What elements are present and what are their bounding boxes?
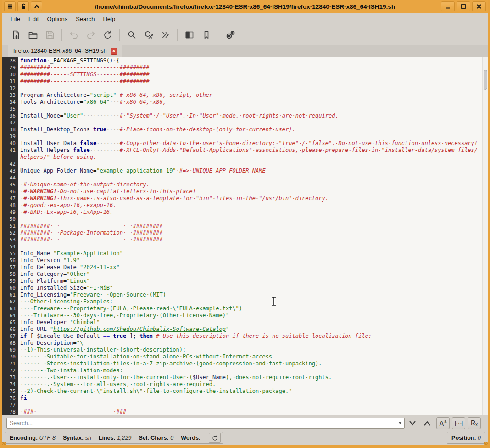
caret-up-icon	[33, 3, 40, 10]
toolbar-separator	[177, 29, 178, 41]
code-line: 30#########·----·SETTINGS··----·########…	[2, 71, 488, 78]
search-input[interactable]	[7, 418, 395, 428]
whole-word-toggle[interactable]: [⋯]	[452, 417, 465, 429]
code-line: 40Install_User_Data=false·······#·Copy·o…	[2, 140, 488, 147]
regex-toggle[interactable]: Rx	[468, 417, 481, 429]
code-line: 41Install_Helpers=false·········#·XFCE·O…	[2, 147, 488, 154]
code-line: 66Info_URL="https://github.com/Shedou/Ch…	[2, 326, 488, 333]
toolbar-redo-button	[84, 28, 98, 42]
status-sel-chars: Sel. Chars: 0	[139, 435, 173, 441]
line-number: 36	[2, 112, 18, 119]
find-previous-button[interactable]	[420, 417, 434, 429]
code-line: 62···Other·Licensing·Examples:	[2, 298, 488, 305]
code-line: 64····Trialware·-·30·days·free,·Propriet…	[2, 312, 488, 319]
window-title: /home/chimba/Documents/firefox/firefox-1…	[2, 3, 488, 10]
code-line: helpers/"·before·using.	[2, 154, 488, 161]
code-line: 29#########·----·---------·----·########…	[2, 64, 488, 71]
match-case-toggle[interactable]: Aa	[436, 417, 450, 429]
toolbar-separator	[218, 29, 218, 41]
status-words: Words:	[181, 435, 200, 441]
find-icon	[126, 29, 137, 40]
menu-item-options[interactable]: Options	[43, 14, 72, 24]
tab-close-button[interactable]: ×	[111, 48, 117, 55]
minimize-icon	[445, 4, 451, 9]
tab-label: firefox-12840-ESR-x86_64-ISH19.sh	[13, 48, 107, 54]
code-line: 56Info_Version="1.9"	[2, 257, 488, 264]
resize-grip-left[interactable]	[0, 442, 6, 448]
code-line: 61Info_Licensing="Freeware·-·Open·Source…	[2, 291, 488, 298]
line-number: 71	[2, 360, 18, 367]
menu-item-help[interactable]: Help	[99, 14, 119, 24]
toolbar-double-chevron-button[interactable]	[159, 28, 173, 42]
whole-word-icon: [⋯]	[455, 420, 462, 426]
open-folder-icon	[28, 29, 39, 40]
toolbar-side-panel-button[interactable]	[183, 28, 196, 42]
code-line: 72······-·Two·installation·modes:	[2, 367, 488, 374]
vertical-scrollbar[interactable]	[482, 57, 488, 415]
line-number: 45	[2, 181, 18, 188]
app-menu-button[interactable]	[4, 1, 16, 11]
code-editor[interactable]: 28function·_PACKAGE_SETTINGS()·{29######…	[2, 57, 488, 415]
code-line: 33Program_Architecture="script"·#·x86_64…	[2, 92, 488, 99]
menu-item-edit[interactable]: Edit	[24, 14, 43, 24]
undo-icon	[68, 29, 79, 40]
line-number: 44	[2, 174, 18, 181]
toolbar-bookmark-button[interactable]	[200, 28, 213, 42]
toolbar-reload-button[interactable]	[101, 28, 115, 42]
code-line: 50	[2, 216, 488, 223]
line-number: 51	[2, 223, 18, 230]
line-number: 43	[2, 168, 18, 174]
search-combo	[6, 418, 405, 429]
close-button[interactable]	[472, 1, 486, 11]
line-number: 66	[2, 326, 18, 333]
scrollbar-thumb[interactable]	[484, 70, 487, 90]
maximize-button[interactable]	[457, 1, 470, 11]
code-line: 51#########·-·-------------------·-·####…	[2, 223, 488, 230]
status-encoding: Encoding: UTF-8	[10, 435, 56, 441]
find-next-button[interactable]	[406, 417, 419, 429]
code-line: 46·#·WARNING!·Do·not·use·capital·letters…	[2, 188, 488, 195]
menu-item-file[interactable]: File	[6, 14, 24, 24]
code-line: 52#########·-·Package·Information·-·####…	[2, 230, 488, 236]
match-case-icon: Aa	[440, 419, 446, 427]
toolbar-find-replace-button[interactable]	[142, 28, 156, 42]
line-number: 37	[2, 119, 18, 126]
unlock-button[interactable]	[17, 1, 29, 11]
search-bar: Aa [⋯] Rx	[2, 415, 488, 431]
menu-item-search[interactable]: Search	[72, 14, 99, 24]
settings-gears-icon	[225, 29, 236, 40]
code-line: 55Info_Name="Example·Application"	[2, 250, 488, 257]
word-count-refresh-button[interactable]	[209, 433, 221, 443]
resize-grip-right[interactable]	[484, 442, 490, 448]
code-line: 38Install_Desktop_Icons=true····#·Place·…	[2, 126, 488, 133]
code-line: 76fi	[2, 395, 488, 402]
toolbar-new-file-button[interactable]	[9, 28, 23, 42]
line-number: 61	[2, 291, 18, 298]
code-line: 28function·_PACKAGE_SETTINGS()·{	[2, 57, 488, 64]
line-number: 59	[2, 278, 18, 285]
toolbar-open-folder-button[interactable]	[26, 28, 40, 42]
new-file-icon	[11, 29, 22, 40]
code-line: 37	[2, 119, 488, 126]
position-value: 0	[478, 435, 481, 441]
code-line: 42	[2, 161, 488, 168]
window-controls	[441, 1, 486, 11]
line-number: 62	[2, 298, 18, 305]
search-history-dropdown[interactable]	[395, 418, 404, 428]
code-line: 44	[2, 174, 488, 181]
titlebar-left-buttons	[4, 1, 42, 11]
indent-guide	[35, 305, 35, 319]
code-line: 49·#·BAD:·Ex-app-16,·ExApp-16.	[2, 209, 488, 216]
position-label: Position:	[451, 435, 476, 441]
maximize-icon	[461, 4, 466, 9]
toolbar-find-button[interactable]	[125, 28, 139, 42]
toolbar-settings-gears-button[interactable]	[223, 28, 237, 42]
tab-active[interactable]: firefox-12840-ESR-x86_64-ISH19.sh ×	[8, 45, 122, 57]
tabbar: firefox-12840-ESR-x86_64-ISH19.sh ×	[2, 45, 488, 57]
code-line: 67if·[·$Locale_Use_Default·==·true·];·th…	[2, 333, 488, 340]
collapse-up-button[interactable]	[31, 1, 42, 11]
line-number: 56	[2, 257, 18, 264]
minimize-button[interactable]	[441, 1, 455, 11]
code-line: 45·#·Unique·name·of·the·output·directory…	[2, 181, 488, 188]
save-icon	[45, 29, 56, 40]
